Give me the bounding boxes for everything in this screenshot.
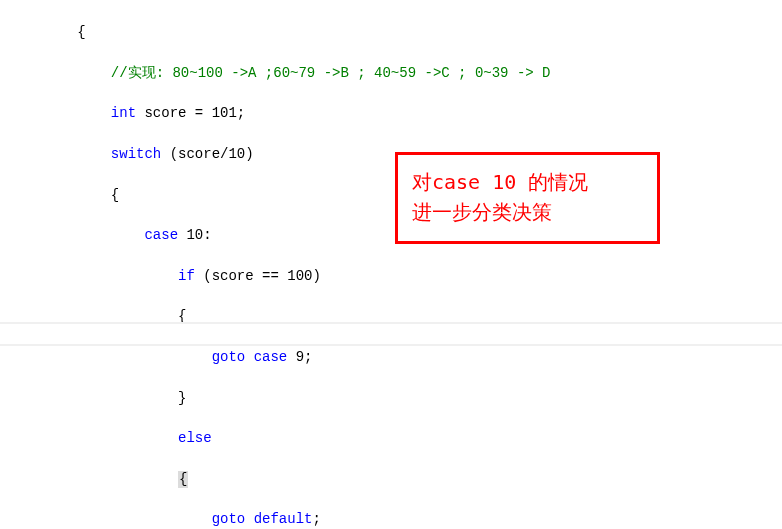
indent [10,430,178,446]
space [245,511,253,527]
annotation-line-2: 进一步分类决策 [412,197,643,227]
code-line: goto case 9; [10,347,782,367]
case-value: 10: [178,227,212,243]
goto-target: 9; [287,349,312,365]
keyword-int: int [111,105,136,121]
highlight-line-top [0,322,782,324]
code-line: else [10,428,782,448]
brace-open-highlighted: { [178,471,188,488]
brace-close: } [10,390,186,406]
indent [10,65,111,81]
keyword-goto: goto [212,511,246,527]
indent [10,471,178,487]
space [245,349,253,365]
code-line: { [10,469,782,489]
annotation-box: 对case 10 的情况 进一步分类决策 [395,152,660,244]
annotation-line-1: 对case 10 的情况 [412,167,643,197]
code-line: //实现: 80~100 ->A ;60~79 ->B ; 40~59 ->C … [10,63,782,83]
comment: //实现: 80~100 ->A ;60~79 ->B ; 40~59 ->C … [111,65,551,81]
indent [10,105,111,121]
code-line: int score = 101; [10,103,782,123]
code-line: if (score == 100) [10,266,782,286]
keyword-goto: goto [212,349,246,365]
indent [10,349,212,365]
indent [10,511,212,527]
indent [10,268,178,284]
switch-expr: (score/10) [161,146,253,162]
keyword-if: if [178,268,195,284]
code-line: { [10,22,782,42]
highlight-line-bottom [0,344,782,346]
var-decl: score = 101; [136,105,245,121]
keyword-case: case [144,227,178,243]
brace-open: { [10,187,119,203]
keyword-else: else [178,430,212,446]
code-block: { //实现: 80~100 ->A ;60~79 ->B ; 40~59 ->… [0,0,782,529]
if-cond: (score == 100) [195,268,321,284]
code-line: goto default; [10,509,782,529]
keyword-default: default [254,511,313,527]
code-line: } [10,388,782,408]
brace-open: { [10,24,86,40]
keyword-case: case [254,349,288,365]
indent [10,146,111,162]
indent [10,227,144,243]
semicolon: ; [312,511,320,527]
keyword-switch: switch [111,146,161,162]
